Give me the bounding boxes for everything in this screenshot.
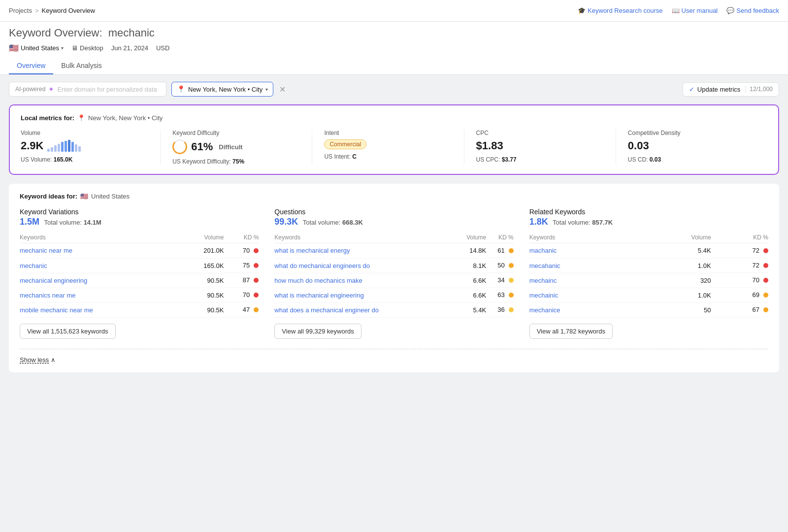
tab-overview[interactable]: Overview: [9, 58, 53, 74]
table-row: mechainc 320 70: [529, 273, 768, 288]
kw-volume: 6.6K: [453, 273, 486, 288]
chevron-up-icon: ∧: [51, 356, 56, 364]
table-row: mechanice 50 67: [529, 302, 768, 317]
kw-link[interactable]: mechanics near me: [20, 292, 75, 299]
kw-kd: 50: [486, 258, 513, 273]
kw-volume: 320: [640, 273, 711, 288]
r-col-kd-header: KD %: [711, 232, 768, 243]
q-col-vol-header: Volume: [453, 232, 486, 243]
intent-sub: US Intent: C: [324, 153, 452, 160]
kd-dot-icon: [509, 278, 514, 283]
show-less-label: Show less: [20, 356, 49, 364]
related-volume: 1.8K Total volume: 857.7K: [529, 217, 768, 227]
kd-dot-icon: [763, 278, 768, 283]
user-manual-link[interactable]: 📖 User manual: [672, 7, 718, 14]
intent-badge: Commercial: [324, 139, 366, 149]
kw-link[interactable]: machanic: [529, 247, 557, 254]
r-col-vol-header: Volume: [640, 232, 711, 243]
table-row: mecahanic 1.0K 72: [529, 258, 768, 273]
table-row: what is mechanical energy 14.8K 61: [274, 243, 513, 259]
kw-link[interactable]: what is mechanical energy: [274, 247, 350, 254]
kw-link[interactable]: mechanice: [529, 306, 560, 314]
kw-link[interactable]: what do mechanical engineers do: [274, 262, 370, 269]
intent-label: Intent: [324, 130, 452, 136]
kd-dot-icon: [763, 248, 768, 253]
bar-5: [61, 142, 64, 152]
related-title: Related Keywords: [529, 208, 768, 216]
kd-dot-icon: [763, 307, 768, 312]
ai-powered-label: AI-powered: [15, 86, 45, 93]
kw-kd: 70: [224, 288, 259, 302]
r-col-kw-header: Keywords: [529, 232, 640, 243]
col-questions: Questions 99.3K Total volume: 668.3K Key…: [274, 208, 513, 339]
kd-dot-icon: [763, 263, 768, 268]
kd-dot-icon: [509, 248, 514, 253]
col-vol-header: Volume: [180, 232, 224, 243]
location-selector[interactable]: 📍 New York, New York • City ▾: [171, 82, 273, 97]
send-feedback-link[interactable]: 💬 Send feedback: [726, 7, 779, 14]
keyword-course-link[interactable]: 🎓 Keyword Research course: [578, 7, 662, 14]
kw-link[interactable]: how much do mechanics make: [274, 277, 362, 284]
chat-icon: 💬: [726, 7, 734, 14]
graduation-cap-icon: 🎓: [578, 7, 586, 14]
domain-input-container[interactable]: AI-powered ✦ Enter domain for personaliz…: [9, 82, 166, 97]
kw-kd: 67: [711, 302, 768, 317]
kw-link[interactable]: mechanic near me: [20, 247, 72, 254]
show-less-button[interactable]: Show less ∧: [20, 349, 768, 364]
header-section: Keyword Overview: mechanic 🇺🇸 United Sta…: [0, 22, 788, 75]
kw-link[interactable]: mechanical engineering: [20, 277, 87, 284]
kw-volume: 8.1K: [453, 258, 486, 273]
clear-location-button[interactable]: ✕: [278, 85, 287, 94]
kd-dot-icon: [509, 263, 514, 268]
kw-kd: 70: [224, 243, 259, 258]
location-icon-small: 📍: [77, 114, 85, 122]
breadcrumb-page: Keyword Overview: [42, 7, 95, 14]
page-title: Keyword Overview: mechanic: [9, 27, 779, 39]
main-content: AI-powered ✦ Enter domain for personaliz…: [0, 75, 788, 379]
kw-volume: 5.4K: [453, 302, 486, 317]
domain-placeholder: Enter domain for personalized data: [57, 86, 157, 93]
ideas-title: Keyword ideas for: 🇺🇸 United States: [20, 193, 768, 200]
update-metrics-label: Update metrics: [697, 86, 740, 93]
kw-link[interactable]: mobile mechanic near me: [20, 306, 93, 314]
view-all-questions-button[interactable]: View all 99,329 keywords: [274, 324, 361, 339]
q-col-kd-header: KD %: [486, 232, 513, 243]
breadcrumb-projects[interactable]: Projects: [9, 7, 32, 14]
kw-volume: 50: [640, 302, 711, 317]
bar-10: [78, 146, 81, 152]
bar-8: [71, 142, 74, 152]
metrics-row: Volume 2.9K: [21, 130, 767, 165]
cd-label: Competitive Density: [628, 130, 755, 136]
kd-dot-icon: [763, 293, 768, 298]
metric-cd: Competitive Density 0.03 US CD: 0.03: [628, 130, 767, 165]
variations-table: Keywords Volume KD % mechanic near me 20…: [20, 232, 259, 318]
variations-title: Keyword Variations: [20, 208, 259, 216]
kw-link[interactable]: what is mechanical engineering: [274, 292, 363, 299]
ideas-flag-icon: 🇺🇸: [80, 193, 88, 200]
update-metrics-button[interactable]: ✓ Update metrics 12/1,000: [683, 82, 779, 97]
kw-kd: 36: [486, 302, 513, 317]
tab-bulk-analysis[interactable]: Bulk Analysis: [53, 58, 109, 74]
kw-link[interactable]: mechanic: [20, 262, 47, 269]
breadcrumb: Projects > Keyword Overview: [9, 7, 95, 14]
update-counter: 12/1,000: [745, 86, 773, 93]
kw-link[interactable]: what does a mechanical engineer do: [274, 306, 379, 314]
kw-kd: 34: [486, 273, 513, 288]
related-table: Keywords Volume KD % machanic 5.4K 72 me…: [529, 232, 768, 318]
kw-kd: 72: [711, 258, 768, 273]
view-all-variations-button[interactable]: View all 1,515,623 keywords: [20, 324, 116, 339]
bar-4: [58, 144, 60, 152]
kw-link[interactable]: mechainic: [529, 292, 558, 299]
location-label: New York, New York • City: [188, 86, 263, 93]
view-all-related-button[interactable]: View all 1,782 keywords: [529, 324, 613, 339]
kd-sub: US Keyword Difficulty: 75%: [172, 158, 300, 165]
kw-link[interactable]: mechainc: [529, 277, 557, 284]
us-flag-icon: 🇺🇸: [9, 43, 19, 53]
kd-dot-icon: [254, 307, 259, 312]
country-selector[interactable]: 🇺🇸 United States ▾: [9, 43, 64, 53]
kd-dot-icon: [254, 278, 259, 283]
book-icon: 📖: [672, 7, 680, 14]
kw-volume: 90.5K: [180, 288, 224, 302]
kw-link[interactable]: mecahanic: [529, 262, 560, 269]
table-row: mechanics near me 90.5K 70: [20, 288, 259, 302]
